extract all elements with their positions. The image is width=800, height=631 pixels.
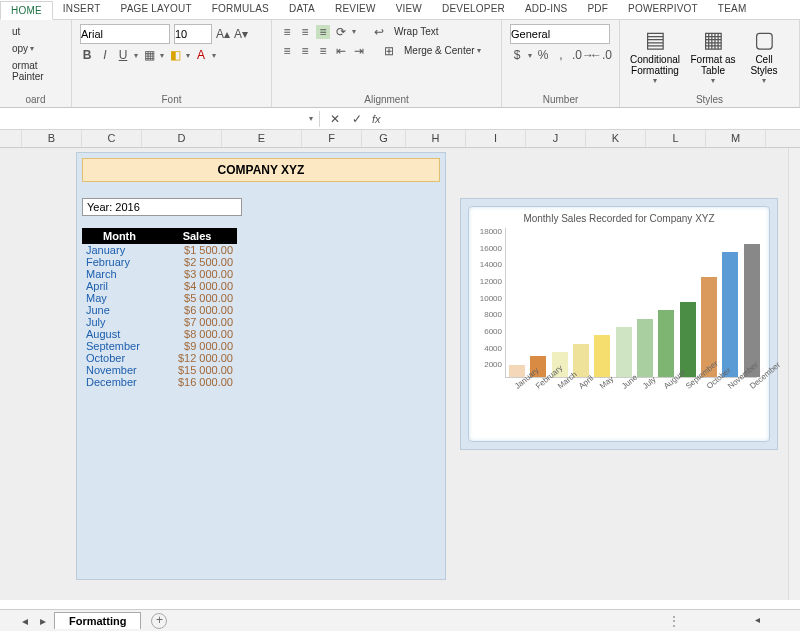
underline-button[interactable]: U — [116, 48, 130, 62]
cell-styles-button[interactable]: ▢ Cell Styles▾ — [744, 24, 784, 87]
tab-view[interactable]: VIEW — [386, 0, 432, 19]
align-left-icon[interactable]: ≡ — [280, 44, 294, 58]
font-color-icon[interactable]: A — [194, 48, 208, 62]
tab-formulas[interactable]: FORMULAS — [202, 0, 279, 19]
copy-button[interactable]: opy▾ — [8, 41, 63, 56]
tab-data[interactable]: DATA — [279, 0, 325, 19]
cancel-icon[interactable]: ✕ — [328, 112, 342, 126]
increase-indent-icon[interactable]: ⇥ — [352, 44, 366, 58]
chevron-down-icon[interactable]: ▾ — [309, 114, 313, 123]
tab-pdf[interactable]: PDF — [577, 0, 618, 19]
increase-decimal-icon[interactable]: .0→ — [572, 48, 586, 62]
name-box-input[interactable] — [6, 113, 309, 125]
year-field[interactable]: Year: 2016 — [82, 198, 242, 216]
tab-addins[interactable]: ADD-INS — [515, 0, 578, 19]
group-label-number: Number — [510, 94, 611, 105]
table-row[interactable]: November$15 000.00 — [82, 364, 237, 376]
chevron-down-icon: ▾ — [30, 44, 34, 53]
tab-developer[interactable]: DEVELOPER — [432, 0, 515, 19]
tab-team[interactable]: Team — [708, 0, 757, 19]
col-G[interactable]: G — [362, 130, 406, 147]
decrease-indent-icon[interactable]: ⇤ — [334, 44, 348, 58]
col-D[interactable]: D — [142, 130, 222, 147]
sheet-tab-formatting[interactable]: Formatting — [54, 612, 141, 629]
table-row[interactable]: September$9 000.00 — [82, 340, 237, 352]
col-K[interactable]: K — [586, 130, 646, 147]
select-all-corner[interactable] — [0, 130, 22, 147]
col-E[interactable]: E — [222, 130, 302, 147]
formula-bar: ▾ ✕ ✓ fx — [0, 108, 800, 130]
table-row[interactable]: October$12 000.00 — [82, 352, 237, 364]
enter-icon[interactable]: ✓ — [350, 112, 364, 126]
align-bottom-icon[interactable]: ≡ — [316, 25, 330, 39]
table-row[interactable]: March$3 000.00 — [82, 268, 237, 280]
tab-review[interactable]: REVIEW — [325, 0, 386, 19]
tab-split-handle[interactable]: ⋮ — [668, 614, 680, 628]
chevron-down-icon: ▾ — [134, 51, 138, 60]
col-F[interactable]: F — [302, 130, 362, 147]
worksheet[interactable]: COMPANY XYZ Year: 2016 Month Sales Janua… — [0, 148, 800, 600]
decrease-font-icon[interactable]: A▾ — [234, 27, 248, 41]
decrease-decimal-icon[interactable]: ←.0 — [590, 48, 604, 62]
table-row[interactable]: June$6 000.00 — [82, 304, 237, 316]
sheet-nav-next-icon[interactable]: ▸ — [36, 614, 50, 628]
format-painter-button[interactable]: ormat Painter — [8, 58, 63, 84]
fx-icon[interactable]: fx — [372, 113, 381, 125]
chart-bar — [637, 319, 653, 377]
add-sheet-button[interactable]: + — [151, 613, 167, 629]
vertical-scrollbar[interactable] — [788, 148, 800, 600]
col-L[interactable]: L — [646, 130, 706, 147]
align-middle-icon[interactable]: ≡ — [298, 25, 312, 39]
tab-home[interactable]: HOME — [0, 1, 53, 20]
table-row[interactable]: April$4 000.00 — [82, 280, 237, 292]
col-M[interactable]: M — [706, 130, 766, 147]
table-row[interactable]: May$5 000.00 — [82, 292, 237, 304]
currency-icon[interactable]: $ — [510, 48, 524, 62]
format-as-table-button[interactable]: ▦ Format as Table▾ — [686, 24, 740, 87]
font-size-select[interactable] — [174, 24, 212, 44]
fill-color-icon[interactable]: ◧ — [168, 48, 182, 62]
name-box[interactable]: ▾ — [0, 111, 320, 127]
col-C[interactable]: C — [82, 130, 142, 147]
chart-bar — [680, 302, 696, 377]
merge-center-button[interactable]: Merge & Center ▾ — [400, 43, 485, 58]
percent-icon[interactable]: % — [536, 48, 550, 62]
cell-month: April — [82, 280, 157, 292]
align-top-icon[interactable]: ≡ — [280, 25, 294, 39]
font-name-select[interactable] — [80, 24, 170, 44]
number-format-select[interactable] — [510, 24, 610, 44]
increase-font-icon[interactable]: A▴ — [216, 27, 230, 41]
table-row[interactable]: December$16 000.00 — [82, 376, 237, 388]
cell-month: July — [82, 316, 157, 328]
sheet-nav-prev-icon[interactable]: ◂ — [18, 614, 32, 628]
col-J[interactable]: J — [526, 130, 586, 147]
table-row[interactable]: February$2 500.00 — [82, 256, 237, 268]
tab-page-layout[interactable]: PAGE LAYOUT — [111, 0, 202, 19]
cell-sales: $8 000.00 — [157, 328, 237, 340]
align-center-icon[interactable]: ≡ — [298, 44, 312, 58]
col-I[interactable]: I — [466, 130, 526, 147]
border-icon[interactable]: ▦ — [142, 48, 156, 62]
conditional-formatting-button[interactable]: ▤ Conditional Formatting▾ — [628, 24, 682, 87]
italic-button[interactable]: I — [98, 48, 112, 62]
table-row[interactable]: July$7 000.00 — [82, 316, 237, 328]
chart-xlabel: July — [641, 375, 658, 391]
col-H[interactable]: H — [406, 130, 466, 147]
bold-button[interactable]: B — [80, 48, 94, 62]
align-right-icon[interactable]: ≡ — [316, 44, 330, 58]
cell-sales: $1 500.00 — [157, 244, 237, 256]
orientation-icon[interactable]: ⟳ — [334, 25, 348, 39]
comma-icon[interactable]: , — [554, 48, 568, 62]
sales-chart[interactable]: Monthly Sales Recorded for Company XYZ 2… — [468, 206, 770, 442]
table-row[interactable]: August$8 000.00 — [82, 328, 237, 340]
wrap-text-button[interactable]: Wrap Text — [390, 24, 443, 39]
cell-month: November — [82, 364, 157, 376]
col-B[interactable]: B — [22, 130, 82, 147]
tab-insert[interactable]: INSERT — [53, 0, 111, 19]
wrap-text-icon: ↩ — [372, 25, 386, 39]
chevron-down-icon: ▾ — [186, 51, 190, 60]
table-row[interactable]: January$1 500.00 — [82, 244, 237, 256]
tab-powerpivot[interactable]: POWERPIVOT — [618, 0, 708, 19]
cut-button[interactable]: ut — [8, 24, 63, 39]
scroll-left-icon[interactable]: ◂ — [750, 613, 764, 627]
